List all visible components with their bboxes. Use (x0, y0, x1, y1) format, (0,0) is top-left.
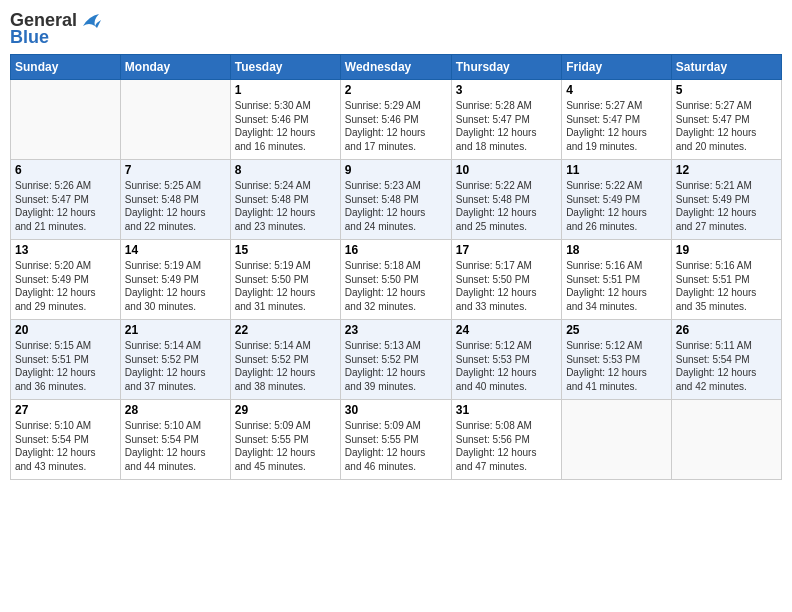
calendar-table: SundayMondayTuesdayWednesdayThursdayFrid… (10, 54, 782, 480)
page-header: General Blue (10, 10, 782, 48)
day-number: 1 (235, 83, 336, 97)
day-number: 30 (345, 403, 447, 417)
calendar-cell (120, 80, 230, 160)
calendar-week-row: 1Sunrise: 5:30 AM Sunset: 5:46 PM Daylig… (11, 80, 782, 160)
calendar-cell: 29Sunrise: 5:09 AM Sunset: 5:55 PM Dayli… (230, 400, 340, 480)
day-info: Sunrise: 5:09 AM Sunset: 5:55 PM Dayligh… (235, 419, 336, 473)
day-info: Sunrise: 5:30 AM Sunset: 5:46 PM Dayligh… (235, 99, 336, 153)
day-number: 5 (676, 83, 777, 97)
calendar-header-monday: Monday (120, 55, 230, 80)
day-info: Sunrise: 5:27 AM Sunset: 5:47 PM Dayligh… (676, 99, 777, 153)
calendar-cell: 31Sunrise: 5:08 AM Sunset: 5:56 PM Dayli… (451, 400, 561, 480)
day-info: Sunrise: 5:19 AM Sunset: 5:49 PM Dayligh… (125, 259, 226, 313)
calendar-week-row: 20Sunrise: 5:15 AM Sunset: 5:51 PM Dayli… (11, 320, 782, 400)
calendar-cell: 6Sunrise: 5:26 AM Sunset: 5:47 PM Daylig… (11, 160, 121, 240)
day-info: Sunrise: 5:16 AM Sunset: 5:51 PM Dayligh… (676, 259, 777, 313)
day-info: Sunrise: 5:26 AM Sunset: 5:47 PM Dayligh… (15, 179, 116, 233)
day-info: Sunrise: 5:23 AM Sunset: 5:48 PM Dayligh… (345, 179, 447, 233)
day-number: 22 (235, 323, 336, 337)
day-number: 18 (566, 243, 667, 257)
day-number: 9 (345, 163, 447, 177)
day-info: Sunrise: 5:16 AM Sunset: 5:51 PM Dayligh… (566, 259, 667, 313)
day-number: 27 (15, 403, 116, 417)
calendar-cell: 4Sunrise: 5:27 AM Sunset: 5:47 PM Daylig… (562, 80, 672, 160)
calendar-week-row: 27Sunrise: 5:10 AM Sunset: 5:54 PM Dayli… (11, 400, 782, 480)
calendar-cell: 20Sunrise: 5:15 AM Sunset: 5:51 PM Dayli… (11, 320, 121, 400)
calendar-cell: 16Sunrise: 5:18 AM Sunset: 5:50 PM Dayli… (340, 240, 451, 320)
day-info: Sunrise: 5:12 AM Sunset: 5:53 PM Dayligh… (566, 339, 667, 393)
day-info: Sunrise: 5:25 AM Sunset: 5:48 PM Dayligh… (125, 179, 226, 233)
logo-blue: Blue (10, 27, 49, 48)
day-number: 11 (566, 163, 667, 177)
calendar-header-tuesday: Tuesday (230, 55, 340, 80)
day-info: Sunrise: 5:13 AM Sunset: 5:52 PM Dayligh… (345, 339, 447, 393)
day-info: Sunrise: 5:11 AM Sunset: 5:54 PM Dayligh… (676, 339, 777, 393)
calendar-cell (11, 80, 121, 160)
day-number: 28 (125, 403, 226, 417)
day-number: 10 (456, 163, 557, 177)
calendar-cell: 2Sunrise: 5:29 AM Sunset: 5:46 PM Daylig… (340, 80, 451, 160)
calendar-cell: 30Sunrise: 5:09 AM Sunset: 5:55 PM Dayli… (340, 400, 451, 480)
logo: General Blue (10, 10, 101, 48)
day-number: 15 (235, 243, 336, 257)
day-number: 29 (235, 403, 336, 417)
day-number: 3 (456, 83, 557, 97)
day-number: 23 (345, 323, 447, 337)
day-info: Sunrise: 5:28 AM Sunset: 5:47 PM Dayligh… (456, 99, 557, 153)
calendar-cell: 24Sunrise: 5:12 AM Sunset: 5:53 PM Dayli… (451, 320, 561, 400)
day-info: Sunrise: 5:14 AM Sunset: 5:52 PM Dayligh… (125, 339, 226, 393)
calendar-cell: 12Sunrise: 5:21 AM Sunset: 5:49 PM Dayli… (671, 160, 781, 240)
day-number: 20 (15, 323, 116, 337)
calendar-cell: 11Sunrise: 5:22 AM Sunset: 5:49 PM Dayli… (562, 160, 672, 240)
calendar-cell: 8Sunrise: 5:24 AM Sunset: 5:48 PM Daylig… (230, 160, 340, 240)
day-info: Sunrise: 5:08 AM Sunset: 5:56 PM Dayligh… (456, 419, 557, 473)
day-number: 4 (566, 83, 667, 97)
calendar-cell: 5Sunrise: 5:27 AM Sunset: 5:47 PM Daylig… (671, 80, 781, 160)
day-number: 17 (456, 243, 557, 257)
day-number: 16 (345, 243, 447, 257)
calendar-cell (562, 400, 672, 480)
day-number: 12 (676, 163, 777, 177)
day-info: Sunrise: 5:17 AM Sunset: 5:50 PM Dayligh… (456, 259, 557, 313)
day-number: 14 (125, 243, 226, 257)
calendar-cell: 27Sunrise: 5:10 AM Sunset: 5:54 PM Dayli… (11, 400, 121, 480)
calendar-header-wednesday: Wednesday (340, 55, 451, 80)
day-info: Sunrise: 5:29 AM Sunset: 5:46 PM Dayligh… (345, 99, 447, 153)
day-number: 2 (345, 83, 447, 97)
calendar-week-row: 6Sunrise: 5:26 AM Sunset: 5:47 PM Daylig… (11, 160, 782, 240)
day-number: 26 (676, 323, 777, 337)
day-info: Sunrise: 5:27 AM Sunset: 5:47 PM Dayligh… (566, 99, 667, 153)
day-info: Sunrise: 5:22 AM Sunset: 5:48 PM Dayligh… (456, 179, 557, 233)
calendar-header-thursday: Thursday (451, 55, 561, 80)
day-number: 24 (456, 323, 557, 337)
day-info: Sunrise: 5:18 AM Sunset: 5:50 PM Dayligh… (345, 259, 447, 313)
calendar-cell: 28Sunrise: 5:10 AM Sunset: 5:54 PM Dayli… (120, 400, 230, 480)
logo-bird-icon (79, 12, 101, 30)
day-info: Sunrise: 5:20 AM Sunset: 5:49 PM Dayligh… (15, 259, 116, 313)
day-number: 25 (566, 323, 667, 337)
calendar-cell: 18Sunrise: 5:16 AM Sunset: 5:51 PM Dayli… (562, 240, 672, 320)
calendar-cell: 1Sunrise: 5:30 AM Sunset: 5:46 PM Daylig… (230, 80, 340, 160)
calendar-cell: 26Sunrise: 5:11 AM Sunset: 5:54 PM Dayli… (671, 320, 781, 400)
day-number: 19 (676, 243, 777, 257)
calendar-header-friday: Friday (562, 55, 672, 80)
calendar-header-sunday: Sunday (11, 55, 121, 80)
calendar-header-saturday: Saturday (671, 55, 781, 80)
calendar-week-row: 13Sunrise: 5:20 AM Sunset: 5:49 PM Dayli… (11, 240, 782, 320)
calendar-cell: 10Sunrise: 5:22 AM Sunset: 5:48 PM Dayli… (451, 160, 561, 240)
day-info: Sunrise: 5:10 AM Sunset: 5:54 PM Dayligh… (15, 419, 116, 473)
calendar-cell: 3Sunrise: 5:28 AM Sunset: 5:47 PM Daylig… (451, 80, 561, 160)
calendar-cell: 21Sunrise: 5:14 AM Sunset: 5:52 PM Dayli… (120, 320, 230, 400)
day-number: 13 (15, 243, 116, 257)
calendar-cell: 17Sunrise: 5:17 AM Sunset: 5:50 PM Dayli… (451, 240, 561, 320)
day-number: 31 (456, 403, 557, 417)
day-info: Sunrise: 5:12 AM Sunset: 5:53 PM Dayligh… (456, 339, 557, 393)
day-number: 8 (235, 163, 336, 177)
day-info: Sunrise: 5:09 AM Sunset: 5:55 PM Dayligh… (345, 419, 447, 473)
calendar-cell: 15Sunrise: 5:19 AM Sunset: 5:50 PM Dayli… (230, 240, 340, 320)
day-info: Sunrise: 5:14 AM Sunset: 5:52 PM Dayligh… (235, 339, 336, 393)
day-info: Sunrise: 5:24 AM Sunset: 5:48 PM Dayligh… (235, 179, 336, 233)
calendar-cell: 19Sunrise: 5:16 AM Sunset: 5:51 PM Dayli… (671, 240, 781, 320)
calendar-cell: 7Sunrise: 5:25 AM Sunset: 5:48 PM Daylig… (120, 160, 230, 240)
calendar-cell: 9Sunrise: 5:23 AM Sunset: 5:48 PM Daylig… (340, 160, 451, 240)
